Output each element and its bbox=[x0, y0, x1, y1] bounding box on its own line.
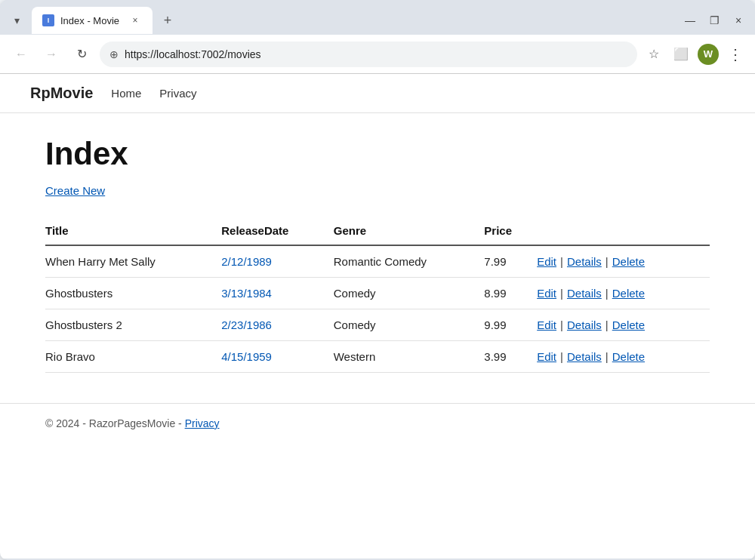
footer-text: © 2024 - RazorPagesMovie - bbox=[45, 417, 185, 429]
tab-bar-left: ▾ I Index - Movie × + bbox=[6, 7, 178, 34]
edit-link[interactable]: Edit bbox=[537, 318, 556, 331]
separator: | bbox=[606, 255, 609, 268]
delete-link[interactable]: Delete bbox=[612, 287, 645, 300]
cell-actions: Edit | Details | Delete bbox=[537, 341, 710, 373]
edit-link[interactable]: Edit bbox=[537, 255, 556, 268]
footer-privacy-link[interactable]: Privacy bbox=[185, 417, 220, 429]
separator: | bbox=[606, 318, 609, 331]
tab-close-button[interactable]: × bbox=[128, 14, 142, 27]
edit-link[interactable]: Edit bbox=[537, 287, 556, 300]
minimize-button[interactable]: — bbox=[680, 10, 701, 31]
cell-title: Ghostbusters bbox=[45, 278, 221, 309]
back-button[interactable]: ← bbox=[9, 42, 33, 66]
cell-title: When Harry Met Sally bbox=[45, 245, 221, 278]
cell-genre: Romantic Comedy bbox=[334, 245, 485, 278]
delete-link[interactable]: Delete bbox=[612, 350, 645, 363]
cell-price: 7.99 bbox=[484, 245, 537, 278]
tab-list-button[interactable]: ▾ bbox=[6, 10, 27, 31]
cell-actions: Edit | Details | Delete bbox=[537, 278, 710, 309]
nav-privacy-link[interactable]: Privacy bbox=[159, 87, 196, 100]
separator: | bbox=[560, 287, 563, 300]
tab-title: Index - Movie bbox=[60, 15, 119, 26]
separator: | bbox=[606, 350, 609, 363]
url-bar[interactable]: ⊕ https://localhost:7002/movies bbox=[100, 42, 637, 67]
details-link[interactable]: Details bbox=[567, 287, 602, 300]
forward-button[interactable]: → bbox=[39, 42, 63, 66]
cell-price: 8.99 bbox=[484, 278, 537, 309]
active-tab[interactable]: I Index - Movie × bbox=[32, 7, 153, 34]
address-bar: ← → ↻ ⊕ https://localhost:7002/movies ☆ … bbox=[0, 35, 755, 74]
details-link[interactable]: Details bbox=[567, 318, 602, 331]
separator: | bbox=[606, 287, 609, 300]
separator: | bbox=[560, 350, 563, 363]
browser-menu-button[interactable]: ⋮ bbox=[725, 44, 746, 65]
cell-price: 9.99 bbox=[484, 309, 537, 341]
cell-genre: Comedy bbox=[334, 309, 485, 341]
delete-link[interactable]: Delete bbox=[612, 255, 645, 268]
page-content: RpMovie Home Privacy Index Create New Ti… bbox=[0, 74, 755, 558]
extensions-button[interactable]: ⬜ bbox=[670, 44, 692, 65]
col-title: Title bbox=[45, 218, 221, 245]
table-row: When Harry Met Sally 2/12/1989 Romantic … bbox=[45, 245, 710, 278]
site-brand: RpMovie bbox=[30, 85, 93, 102]
security-icon: ⊕ bbox=[109, 48, 119, 60]
reload-button[interactable]: ↻ bbox=[69, 42, 94, 66]
cell-title: Ghostbusters 2 bbox=[45, 309, 221, 341]
movies-table: Title ReleaseDate Genre Price When Harry… bbox=[45, 218, 710, 373]
browser-window: ▾ I Index - Movie × + — ❐ × ← → ↻ ⊕ http… bbox=[0, 0, 755, 560]
col-price: Price bbox=[484, 218, 537, 245]
table-row: Ghostbusters 3/13/1984 Comedy 8.99 Edit … bbox=[45, 278, 710, 309]
cell-genre: Comedy bbox=[334, 278, 485, 309]
cell-release-date: 2/12/1989 bbox=[221, 245, 333, 278]
main-content: Index Create New Title ReleaseDate Genre… bbox=[0, 113, 755, 403]
table-header: Title ReleaseDate Genre Price bbox=[45, 218, 710, 245]
window-controls: — ❐ × bbox=[680, 10, 749, 31]
bookmark-button[interactable]: ☆ bbox=[643, 44, 664, 65]
table-row: Rio Bravo 4/15/1959 Western 3.99 Edit | … bbox=[45, 341, 710, 373]
separator: | bbox=[560, 255, 563, 268]
close-window-button[interactable]: × bbox=[728, 10, 749, 31]
profile-avatar[interactable]: W bbox=[698, 44, 719, 65]
site-footer: © 2024 - RazorPagesMovie - Privacy bbox=[0, 403, 755, 443]
separator: | bbox=[560, 318, 563, 331]
table-body: When Harry Met Sally 2/12/1989 Romantic … bbox=[45, 245, 710, 373]
cell-release-date: 2/23/1986 bbox=[221, 309, 333, 341]
cell-genre: Western bbox=[334, 341, 485, 373]
header-row: Title ReleaseDate Genre Price bbox=[45, 218, 710, 245]
delete-link[interactable]: Delete bbox=[612, 318, 645, 331]
site-navbar: RpMovie Home Privacy bbox=[0, 74, 755, 113]
cell-title: Rio Bravo bbox=[45, 341, 221, 373]
cell-release-date: 4/15/1959 bbox=[221, 341, 333, 373]
url-text: https://localhost:7002/movies bbox=[125, 48, 627, 60]
new-tab-button[interactable]: + bbox=[157, 10, 178, 31]
tab-bar: ▾ I Index - Movie × + — ❐ × bbox=[0, 0, 755, 35]
cell-price: 3.99 bbox=[484, 341, 537, 373]
create-new-link[interactable]: Create New bbox=[45, 184, 105, 197]
details-link[interactable]: Details bbox=[567, 255, 602, 268]
details-link[interactable]: Details bbox=[567, 350, 602, 363]
page-title: Index bbox=[45, 136, 710, 172]
maximize-button[interactable]: ❐ bbox=[704, 10, 725, 31]
edit-link[interactable]: Edit bbox=[537, 350, 556, 363]
cell-actions: Edit | Details | Delete bbox=[537, 245, 710, 278]
col-genre: Genre bbox=[334, 218, 485, 245]
col-actions bbox=[537, 218, 710, 245]
cell-release-date: 3/13/1984 bbox=[221, 278, 333, 309]
nav-home-link[interactable]: Home bbox=[111, 87, 141, 100]
tab-favicon: I bbox=[42, 14, 54, 26]
cell-actions: Edit | Details | Delete bbox=[537, 309, 710, 341]
col-release-date: ReleaseDate bbox=[221, 218, 333, 245]
table-row: Ghostbusters 2 2/23/1986 Comedy 9.99 Edi… bbox=[45, 309, 710, 341]
